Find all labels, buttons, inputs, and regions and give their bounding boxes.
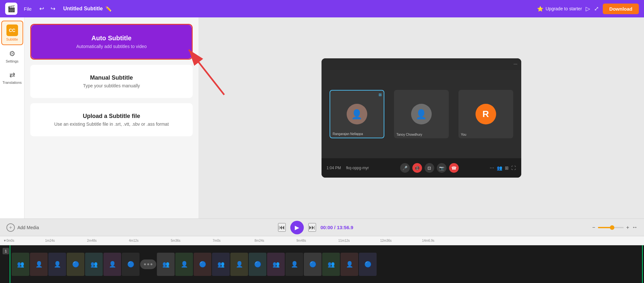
edit-title-icon[interactable]: ✏️ [105,6,112,12]
auto-subtitle-sub: Automatically add subtitles to video [38,44,185,49]
share-button[interactable]: ⤢ [594,5,599,12]
ruler-mark-2: 2m48s [87,239,97,242]
mic-btn[interactable]: 🎤 [400,163,410,173]
file-button[interactable]: File [21,5,34,13]
ruler-mark-0: ▼0m0s [3,239,14,242]
track-item: 🔵 [194,253,211,276]
video-content: ⊠ 👤 Rangarajan Nellappa 👤 Tanoy Chowdhur… [322,70,521,158]
participants-icon[interactable]: 👥 [497,165,502,171]
star-icon: ⭐ [537,6,543,12]
track-item: 🔵 [122,253,139,276]
grid-icon[interactable]: ⊞ [505,165,509,171]
track-item: 👥 [85,253,103,276]
track-item: 🔵 [359,253,377,276]
undo-button[interactable]: ↩ [38,4,45,14]
upload-subtitle-title: Upload a Subtitle file [37,113,186,120]
participant-1: ⊠ 👤 Rangarajan Nellappa [330,90,384,138]
playhead-end [642,245,643,283]
options-panel: Auto Subtitle Automatically add subtitle… [24,17,198,219]
track-item: 🔵 [304,253,322,276]
fullscreen-icon[interactable]: ⛶ [511,165,516,171]
leave-btn[interactable]: ☎ [449,163,459,173]
ruler-mark-6: 8m24s [255,239,264,242]
participant-1-name: Rangarajan Nellappa [333,132,363,136]
timeline: ▼0m0s 1m24s 2m48s 4m12s 5m36s 7m0s 8m24s… [0,236,644,283]
settings-label: Settings [6,59,19,63]
zoom-controls: − + ↔ [592,224,638,231]
redo-button[interactable]: ↪ [49,4,57,14]
track-number: 1 [3,248,9,254]
track-item: 👤 [103,253,121,276]
manual-subtitle-card[interactable]: Manual Subtitle Type your subtitles manu… [30,65,193,98]
track-item: 👥 [267,253,285,276]
video-area: ⋯ ⊠ 👤 Rangarajan Nellappa 👤 Tanoy Chowdh… [198,17,644,219]
track-item: 👥 [212,253,230,276]
upgrade-button[interactable]: ⭐ Upgrade to starter [537,6,582,12]
more-options-icon[interactable]: ⋯ [490,165,494,171]
zoom-in-button[interactable]: + [626,225,629,230]
timeline-track: 1 👥 👤 👤 🔵 👥 👤 🔵 👥 👤 🔵 👥 👤 🔵 👥 👤 🔵 👥 👤 [0,245,644,283]
bottom-controls: + Add Media ⏮ ▶ ⏭ 00:00 / 13:56.9 − + ↔ [0,219,644,236]
track-items: 👥 👤 👤 🔵 👥 👤 🔵 👥 👤 🔵 👥 👤 🔵 👥 👤 🔵 👥 👤 🔵 [0,245,388,283]
preview-button[interactable]: ▷ [586,5,590,12]
sidebar-item-translations[interactable]: ⇄ Translations [1,68,23,88]
sidebar-item-subtitle[interactable]: CC Subtitle [1,21,23,45]
add-media-button[interactable]: + Add Media [6,223,39,232]
topbar: 🎬 File ↩ ↪ Untitled Subtitle ✏️ ⭐ Upgrad… [0,0,644,17]
manual-subtitle-title: Manual Subtitle [37,74,186,81]
ruler-mark-3: 4m12s [129,239,139,242]
document-title: Untitled Subtitle ✏️ [63,6,112,12]
track-item: 👤 [285,253,303,276]
zoom-out-button[interactable]: − [592,225,595,230]
download-button[interactable]: Download [603,4,639,14]
subtitle-label: Subtitle [6,37,18,41]
expand-button[interactable]: ↔ [632,224,638,231]
manual-subtitle-sub: Type your subtitles manually [37,83,186,88]
ruler-mark-7: 9m48s [296,239,306,242]
timeline-ruler: ▼0m0s 1m24s 2m48s 4m12s 5m36s 7m0s 8m24s… [0,236,644,245]
participant-2-name: Tanoy Chowdhury [397,133,422,136]
participant-3-name: You [461,133,466,136]
video-top-bar: ⋯ [322,58,521,70]
track-item: 🔵 [249,253,266,276]
cam-btn[interactable]: 📷 [437,163,447,173]
auto-subtitle-wrapper: Auto Subtitle Automatically add subtitle… [30,24,193,60]
track-item: 👤 [175,253,193,276]
playhead-start [10,245,10,283]
playback-controls: ⏮ ▶ ⏭ 00:00 / 13:56.9 [278,221,353,234]
participant-3: R You [458,90,513,138]
playback-time: 00:00 / 13:56.9 [321,225,353,230]
track-item: 👥 [322,253,340,276]
track-item: 👤 [48,253,66,276]
add-media-label: Add Media [17,225,39,230]
track-item: 👥 [157,253,175,276]
participant-2: 👤 Tanoy Chowdhury [394,90,449,138]
end-call-btn[interactable]: 📵 [412,163,422,173]
ruler-mark-4: 5m36s [171,239,180,242]
translations-icon: ⇄ [9,71,15,79]
plus-circle-icon: + [6,223,15,232]
track-item: 👤 [341,253,358,276]
sidebar-item-settings[interactable]: ⚙ Settings [1,46,23,66]
logo: 🎬 [5,3,17,15]
track-overflow-indicator [140,259,156,269]
main-area: CC Subtitle ⚙ Settings ⇄ Translations Au… [0,17,644,219]
upload-subtitle-sub: Use an existing Subtitle file in .srt, .… [37,122,186,127]
upload-subtitle-card[interactable]: Upload a Subtitle file Use an existing S… [30,103,193,136]
play-button[interactable]: ▶ [290,221,304,234]
skip-back-button[interactable]: ⏮ [278,223,286,232]
zoom-slider[interactable] [598,227,624,228]
translations-label: Translations [3,81,22,84]
video-player: ⋯ ⊠ 👤 Rangarajan Nellappa 👤 Tanoy Chowdh… [322,58,521,178]
track-item: 👤 [30,253,48,276]
screen-share-btn[interactable]: ⊡ [425,163,434,173]
track-item: 🔵 [67,253,84,276]
subtitle-icon: CC [6,24,18,36]
settings-icon: ⚙ [9,50,15,58]
sidebar: CC Subtitle ⚙ Settings ⇄ Translations [0,17,24,219]
auto-subtitle-title: Auto Subtitle [38,34,185,42]
video-controls: 1:04 PM fkq-oppg-myr 🎤 📵 ⊡ 📷 ☎ ⋯ 👥 ⊞ ⛶ [322,158,521,178]
skip-forward-button[interactable]: ⏭ [308,223,316,232]
auto-subtitle-card[interactable]: Auto Subtitle Automatically add subtitle… [31,25,192,59]
ruler-mark-9: 12m36s [380,239,392,242]
